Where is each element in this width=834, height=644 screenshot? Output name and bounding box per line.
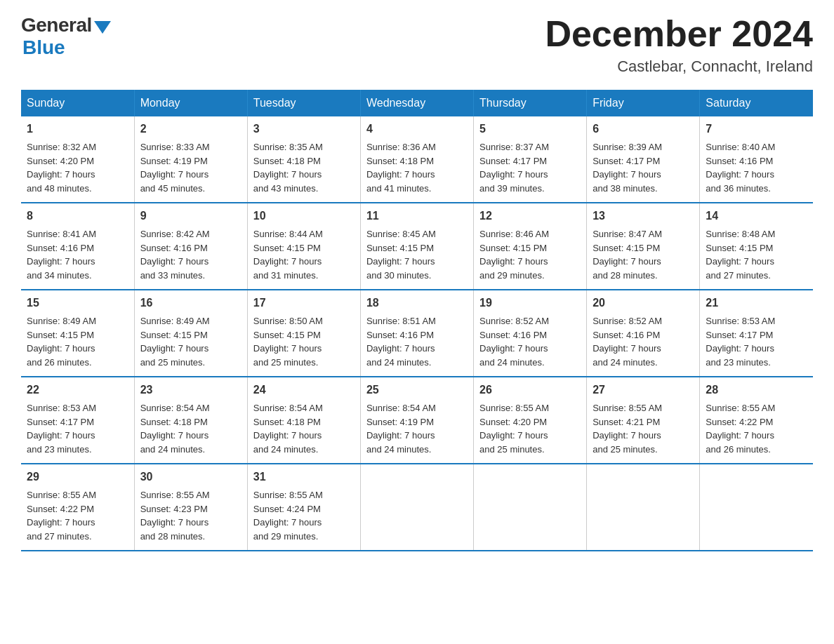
header-sunday: Sunday <box>21 90 134 116</box>
day-info: Sunrise: 8:40 AMSunset: 4:16 PMDaylight:… <box>706 140 807 195</box>
day-number: 25 <box>366 382 468 398</box>
day-info: Sunrise: 8:37 AMSunset: 4:17 PMDaylight:… <box>479 140 581 195</box>
calendar-day-cell: 1Sunrise: 8:32 AMSunset: 4:20 PMDaylight… <box>21 116 134 203</box>
day-number: 21 <box>706 295 807 311</box>
page-header: General Blue December 2024 Castlebar, Co… <box>21 14 813 76</box>
calendar-day-cell: 19Sunrise: 8:52 AMSunset: 4:16 PMDayligh… <box>474 290 587 377</box>
day-info: Sunrise: 8:39 AMSunset: 4:17 PMDaylight:… <box>593 140 694 195</box>
calendar-day-cell: 12Sunrise: 8:46 AMSunset: 4:15 PMDayligh… <box>474 203 587 290</box>
header-wednesday: Wednesday <box>360 90 473 116</box>
calendar-day-cell: 17Sunrise: 8:50 AMSunset: 4:15 PMDayligh… <box>247 290 360 377</box>
calendar-day-cell: 25Sunrise: 8:54 AMSunset: 4:19 PMDayligh… <box>360 377 473 464</box>
day-number: 2 <box>140 121 241 137</box>
calendar-day-cell <box>587 464 700 551</box>
day-info: Sunrise: 8:48 AMSunset: 4:15 PMDaylight:… <box>706 227 807 282</box>
header-saturday: Saturday <box>700 90 813 116</box>
calendar-week-row: 1Sunrise: 8:32 AMSunset: 4:20 PMDaylight… <box>21 116 813 203</box>
day-info: Sunrise: 8:41 AMSunset: 4:16 PMDaylight:… <box>27 227 128 282</box>
calendar-day-cell: 20Sunrise: 8:52 AMSunset: 4:16 PMDayligh… <box>587 290 700 377</box>
day-info: Sunrise: 8:32 AMSunset: 4:20 PMDaylight:… <box>27 140 128 195</box>
calendar-day-cell: 11Sunrise: 8:45 AMSunset: 4:15 PMDayligh… <box>360 203 473 290</box>
day-number: 4 <box>366 121 468 137</box>
day-info: Sunrise: 8:53 AMSunset: 4:17 PMDaylight:… <box>27 401 128 456</box>
day-number: 28 <box>706 382 807 398</box>
calendar-day-cell: 27Sunrise: 8:55 AMSunset: 4:21 PMDayligh… <box>587 377 700 464</box>
calendar-table: SundayMondayTuesdayWednesdayThursdayFrid… <box>21 90 813 551</box>
calendar-day-cell <box>700 464 813 551</box>
calendar-day-cell <box>360 464 473 551</box>
day-number: 30 <box>140 469 241 485</box>
calendar-day-cell: 9Sunrise: 8:42 AMSunset: 4:16 PMDaylight… <box>134 203 247 290</box>
day-info: Sunrise: 8:55 AMSunset: 4:24 PMDaylight:… <box>253 488 355 543</box>
calendar-day-cell: 29Sunrise: 8:55 AMSunset: 4:22 PMDayligh… <box>21 464 134 551</box>
day-number: 20 <box>593 295 694 311</box>
day-number: 15 <box>27 295 128 311</box>
day-number: 22 <box>27 382 128 398</box>
day-info: Sunrise: 8:50 AMSunset: 4:15 PMDaylight:… <box>253 314 355 369</box>
calendar-day-cell: 16Sunrise: 8:49 AMSunset: 4:15 PMDayligh… <box>134 290 247 377</box>
header-friday: Friday <box>587 90 700 116</box>
day-number: 3 <box>253 121 355 137</box>
header-thursday: Thursday <box>474 90 587 116</box>
calendar-week-row: 22Sunrise: 8:53 AMSunset: 4:17 PMDayligh… <box>21 377 813 464</box>
day-number: 12 <box>479 208 581 224</box>
day-info: Sunrise: 8:54 AMSunset: 4:18 PMDaylight:… <box>140 401 241 456</box>
logo-blue-text: Blue <box>22 36 65 59</box>
day-info: Sunrise: 8:53 AMSunset: 4:17 PMDaylight:… <box>706 314 807 369</box>
day-number: 8 <box>27 208 128 224</box>
day-number: 27 <box>593 382 694 398</box>
day-info: Sunrise: 8:55 AMSunset: 4:21 PMDaylight:… <box>593 401 694 456</box>
calendar-day-cell: 10Sunrise: 8:44 AMSunset: 4:15 PMDayligh… <box>247 203 360 290</box>
calendar-day-cell: 7Sunrise: 8:40 AMSunset: 4:16 PMDaylight… <box>700 116 813 203</box>
day-info: Sunrise: 8:46 AMSunset: 4:15 PMDaylight:… <box>479 227 581 282</box>
day-info: Sunrise: 8:55 AMSunset: 4:20 PMDaylight:… <box>479 401 581 456</box>
day-info: Sunrise: 8:52 AMSunset: 4:16 PMDaylight:… <box>593 314 694 369</box>
logo-arrow-icon <box>94 21 111 34</box>
calendar-day-cell: 21Sunrise: 8:53 AMSunset: 4:17 PMDayligh… <box>700 290 813 377</box>
day-number: 26 <box>479 382 581 398</box>
day-info: Sunrise: 8:51 AMSunset: 4:16 PMDaylight:… <box>366 314 468 369</box>
calendar-day-cell: 15Sunrise: 8:49 AMSunset: 4:15 PMDayligh… <box>21 290 134 377</box>
day-number: 7 <box>706 121 807 137</box>
day-number: 31 <box>253 469 355 485</box>
calendar-day-cell: 18Sunrise: 8:51 AMSunset: 4:16 PMDayligh… <box>360 290 473 377</box>
day-info: Sunrise: 8:35 AMSunset: 4:18 PMDaylight:… <box>253 140 355 195</box>
calendar-day-cell: 14Sunrise: 8:48 AMSunset: 4:15 PMDayligh… <box>700 203 813 290</box>
day-info: Sunrise: 8:55 AMSunset: 4:22 PMDaylight:… <box>706 401 807 456</box>
day-info: Sunrise: 8:52 AMSunset: 4:16 PMDaylight:… <box>479 314 581 369</box>
calendar-day-cell: 31Sunrise: 8:55 AMSunset: 4:24 PMDayligh… <box>247 464 360 551</box>
day-info: Sunrise: 8:47 AMSunset: 4:15 PMDaylight:… <box>593 227 694 282</box>
calendar-day-cell: 23Sunrise: 8:54 AMSunset: 4:18 PMDayligh… <box>134 377 247 464</box>
day-number: 5 <box>479 121 581 137</box>
day-number: 18 <box>366 295 468 311</box>
day-info: Sunrise: 8:55 AMSunset: 4:23 PMDaylight:… <box>140 488 241 543</box>
location-subtitle: Castlebar, Connacht, Ireland <box>545 58 813 76</box>
calendar-day-cell: 5Sunrise: 8:37 AMSunset: 4:17 PMDaylight… <box>474 116 587 203</box>
calendar-week-row: 29Sunrise: 8:55 AMSunset: 4:22 PMDayligh… <box>21 464 813 551</box>
day-number: 6 <box>593 121 694 137</box>
calendar-week-row: 8Sunrise: 8:41 AMSunset: 4:16 PMDaylight… <box>21 203 813 290</box>
calendar-day-cell <box>474 464 587 551</box>
day-number: 24 <box>253 382 355 398</box>
day-info: Sunrise: 8:44 AMSunset: 4:15 PMDaylight:… <box>253 227 355 282</box>
day-number: 14 <box>706 208 807 224</box>
day-number: 9 <box>140 208 241 224</box>
calendar-day-cell: 30Sunrise: 8:55 AMSunset: 4:23 PMDayligh… <box>134 464 247 551</box>
day-number: 13 <box>593 208 694 224</box>
month-year-title: December 2024 <box>545 14 813 54</box>
header-tuesday: Tuesday <box>247 90 360 116</box>
header-monday: Monday <box>134 90 247 116</box>
calendar-day-cell: 22Sunrise: 8:53 AMSunset: 4:17 PMDayligh… <box>21 377 134 464</box>
day-number: 17 <box>253 295 355 311</box>
day-info: Sunrise: 8:55 AMSunset: 4:22 PMDaylight:… <box>27 488 128 543</box>
logo-general-text: General <box>21 14 92 36</box>
day-number: 23 <box>140 382 241 398</box>
calendar-day-cell: 8Sunrise: 8:41 AMSunset: 4:16 PMDaylight… <box>21 203 134 290</box>
calendar-header-row: SundayMondayTuesdayWednesdayThursdayFrid… <box>21 90 813 116</box>
day-number: 11 <box>366 208 468 224</box>
calendar-day-cell: 24Sunrise: 8:54 AMSunset: 4:18 PMDayligh… <box>247 377 360 464</box>
day-number: 29 <box>27 469 128 485</box>
calendar-week-row: 15Sunrise: 8:49 AMSunset: 4:15 PMDayligh… <box>21 290 813 377</box>
logo: General Blue <box>21 14 111 59</box>
day-info: Sunrise: 8:42 AMSunset: 4:16 PMDaylight:… <box>140 227 241 282</box>
